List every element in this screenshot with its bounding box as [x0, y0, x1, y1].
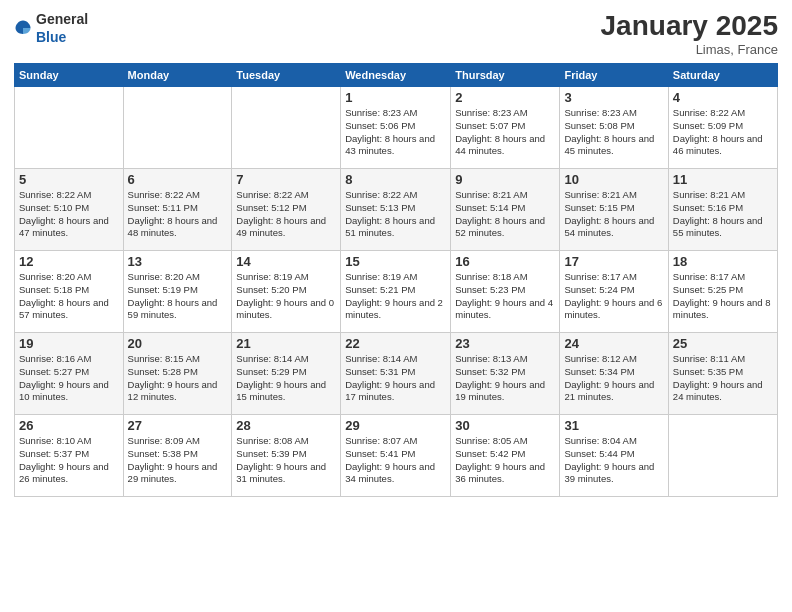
day-info-1-4: Sunrise: 8:21 AM Sunset: 5:14 PM Dayligh… [455, 189, 555, 240]
day-cell-3-4: 23Sunrise: 8:13 AM Sunset: 5:32 PM Dayli… [451, 333, 560, 415]
day-info-1-6: Sunrise: 8:21 AM Sunset: 5:16 PM Dayligh… [673, 189, 773, 240]
day-cell-1-5: 10Sunrise: 8:21 AM Sunset: 5:15 PM Dayli… [560, 169, 668, 251]
day-number-1-4: 9 [455, 172, 555, 187]
calendar-header: Sunday Monday Tuesday Wednesday Thursday… [15, 64, 778, 87]
col-thursday: Thursday [451, 64, 560, 87]
day-info-0-6: Sunrise: 8:22 AM Sunset: 5:09 PM Dayligh… [673, 107, 773, 158]
day-number-3-0: 19 [19, 336, 119, 351]
day-info-0-5: Sunrise: 8:23 AM Sunset: 5:08 PM Dayligh… [564, 107, 663, 158]
week-row-3: 19Sunrise: 8:16 AM Sunset: 5:27 PM Dayli… [15, 333, 778, 415]
day-cell-1-2: 7Sunrise: 8:22 AM Sunset: 5:12 PM Daylig… [232, 169, 341, 251]
day-info-3-1: Sunrise: 8:15 AM Sunset: 5:28 PM Dayligh… [128, 353, 228, 404]
day-number-3-6: 25 [673, 336, 773, 351]
day-number-0-3: 1 [345, 90, 446, 105]
day-cell-1-3: 8Sunrise: 8:22 AM Sunset: 5:13 PM Daylig… [341, 169, 451, 251]
day-info-2-2: Sunrise: 8:19 AM Sunset: 5:20 PM Dayligh… [236, 271, 336, 322]
day-info-1-3: Sunrise: 8:22 AM Sunset: 5:13 PM Dayligh… [345, 189, 446, 240]
day-number-1-1: 6 [128, 172, 228, 187]
day-number-2-5: 17 [564, 254, 663, 269]
day-info-3-3: Sunrise: 8:14 AM Sunset: 5:31 PM Dayligh… [345, 353, 446, 404]
day-info-4-1: Sunrise: 8:09 AM Sunset: 5:38 PM Dayligh… [128, 435, 228, 486]
day-info-4-4: Sunrise: 8:05 AM Sunset: 5:42 PM Dayligh… [455, 435, 555, 486]
day-cell-2-5: 17Sunrise: 8:17 AM Sunset: 5:24 PM Dayli… [560, 251, 668, 333]
day-cell-4-0: 26Sunrise: 8:10 AM Sunset: 5:37 PM Dayli… [15, 415, 124, 497]
day-number-4-4: 30 [455, 418, 555, 433]
day-info-2-1: Sunrise: 8:20 AM Sunset: 5:19 PM Dayligh… [128, 271, 228, 322]
col-saturday: Saturday [668, 64, 777, 87]
day-cell-3-0: 19Sunrise: 8:16 AM Sunset: 5:27 PM Dayli… [15, 333, 124, 415]
day-number-3-5: 24 [564, 336, 663, 351]
day-cell-2-1: 13Sunrise: 8:20 AM Sunset: 5:19 PM Dayli… [123, 251, 232, 333]
day-cell-3-5: 24Sunrise: 8:12 AM Sunset: 5:34 PM Dayli… [560, 333, 668, 415]
day-info-2-4: Sunrise: 8:18 AM Sunset: 5:23 PM Dayligh… [455, 271, 555, 322]
page-container: General Blue January 2025 Limas, France … [0, 0, 792, 612]
logo-text: General Blue [36, 10, 88, 46]
header-row: Sunday Monday Tuesday Wednesday Thursday… [15, 64, 778, 87]
day-info-1-1: Sunrise: 8:22 AM Sunset: 5:11 PM Dayligh… [128, 189, 228, 240]
day-number-2-0: 12 [19, 254, 119, 269]
day-cell-0-3: 1Sunrise: 8:23 AM Sunset: 5:06 PM Daylig… [341, 87, 451, 169]
day-info-1-2: Sunrise: 8:22 AM Sunset: 5:12 PM Dayligh… [236, 189, 336, 240]
day-cell-0-0 [15, 87, 124, 169]
day-info-2-0: Sunrise: 8:20 AM Sunset: 5:18 PM Dayligh… [19, 271, 119, 322]
day-number-4-3: 29 [345, 418, 446, 433]
week-row-1: 5Sunrise: 8:22 AM Sunset: 5:10 PM Daylig… [15, 169, 778, 251]
day-info-3-5: Sunrise: 8:12 AM Sunset: 5:34 PM Dayligh… [564, 353, 663, 404]
day-cell-1-6: 11Sunrise: 8:21 AM Sunset: 5:16 PM Dayli… [668, 169, 777, 251]
day-info-2-5: Sunrise: 8:17 AM Sunset: 5:24 PM Dayligh… [564, 271, 663, 322]
day-number-3-3: 22 [345, 336, 446, 351]
day-info-1-0: Sunrise: 8:22 AM Sunset: 5:10 PM Dayligh… [19, 189, 119, 240]
day-number-3-2: 21 [236, 336, 336, 351]
day-info-4-3: Sunrise: 8:07 AM Sunset: 5:41 PM Dayligh… [345, 435, 446, 486]
title-block: January 2025 Limas, France [601, 10, 778, 57]
day-number-1-2: 7 [236, 172, 336, 187]
day-info-0-4: Sunrise: 8:23 AM Sunset: 5:07 PM Dayligh… [455, 107, 555, 158]
day-cell-2-6: 18Sunrise: 8:17 AM Sunset: 5:25 PM Dayli… [668, 251, 777, 333]
day-cell-4-6 [668, 415, 777, 497]
day-number-4-1: 27 [128, 418, 228, 433]
day-cell-0-5: 3Sunrise: 8:23 AM Sunset: 5:08 PM Daylig… [560, 87, 668, 169]
day-number-3-4: 23 [455, 336, 555, 351]
day-number-2-2: 14 [236, 254, 336, 269]
calendar-title: January 2025 [601, 10, 778, 42]
day-number-4-5: 31 [564, 418, 663, 433]
week-row-2: 12Sunrise: 8:20 AM Sunset: 5:18 PM Dayli… [15, 251, 778, 333]
day-info-4-5: Sunrise: 8:04 AM Sunset: 5:44 PM Dayligh… [564, 435, 663, 486]
calendar-location: Limas, France [601, 42, 778, 57]
day-info-3-2: Sunrise: 8:14 AM Sunset: 5:29 PM Dayligh… [236, 353, 336, 404]
day-number-1-3: 8 [345, 172, 446, 187]
day-info-4-0: Sunrise: 8:10 AM Sunset: 5:37 PM Dayligh… [19, 435, 119, 486]
logo-general: General [36, 11, 88, 27]
day-cell-3-3: 22Sunrise: 8:14 AM Sunset: 5:31 PM Dayli… [341, 333, 451, 415]
day-cell-3-2: 21Sunrise: 8:14 AM Sunset: 5:29 PM Dayli… [232, 333, 341, 415]
day-cell-4-3: 29Sunrise: 8:07 AM Sunset: 5:41 PM Dayli… [341, 415, 451, 497]
logo-blue: Blue [36, 29, 66, 45]
day-number-0-5: 3 [564, 90, 663, 105]
day-info-1-5: Sunrise: 8:21 AM Sunset: 5:15 PM Dayligh… [564, 189, 663, 240]
calendar-table: Sunday Monday Tuesday Wednesday Thursday… [14, 63, 778, 497]
week-row-4: 26Sunrise: 8:10 AM Sunset: 5:37 PM Dayli… [15, 415, 778, 497]
day-number-1-6: 11 [673, 172, 773, 187]
calendar-body: 1Sunrise: 8:23 AM Sunset: 5:06 PM Daylig… [15, 87, 778, 497]
day-cell-1-4: 9Sunrise: 8:21 AM Sunset: 5:14 PM Daylig… [451, 169, 560, 251]
day-info-3-0: Sunrise: 8:16 AM Sunset: 5:27 PM Dayligh… [19, 353, 119, 404]
day-info-3-4: Sunrise: 8:13 AM Sunset: 5:32 PM Dayligh… [455, 353, 555, 404]
day-cell-0-6: 4Sunrise: 8:22 AM Sunset: 5:09 PM Daylig… [668, 87, 777, 169]
day-cell-0-1 [123, 87, 232, 169]
day-cell-4-2: 28Sunrise: 8:08 AM Sunset: 5:39 PM Dayli… [232, 415, 341, 497]
col-sunday: Sunday [15, 64, 124, 87]
week-row-0: 1Sunrise: 8:23 AM Sunset: 5:06 PM Daylig… [15, 87, 778, 169]
col-wednesday: Wednesday [341, 64, 451, 87]
day-cell-3-6: 25Sunrise: 8:11 AM Sunset: 5:35 PM Dayli… [668, 333, 777, 415]
page-header: General Blue January 2025 Limas, France [14, 10, 778, 57]
day-cell-4-1: 27Sunrise: 8:09 AM Sunset: 5:38 PM Dayli… [123, 415, 232, 497]
day-number-2-6: 18 [673, 254, 773, 269]
day-number-0-6: 4 [673, 90, 773, 105]
day-cell-0-4: 2Sunrise: 8:23 AM Sunset: 5:07 PM Daylig… [451, 87, 560, 169]
day-cell-2-2: 14Sunrise: 8:19 AM Sunset: 5:20 PM Dayli… [232, 251, 341, 333]
col-friday: Friday [560, 64, 668, 87]
day-info-0-3: Sunrise: 8:23 AM Sunset: 5:06 PM Dayligh… [345, 107, 446, 158]
day-number-1-5: 10 [564, 172, 663, 187]
col-monday: Monday [123, 64, 232, 87]
day-number-3-1: 20 [128, 336, 228, 351]
